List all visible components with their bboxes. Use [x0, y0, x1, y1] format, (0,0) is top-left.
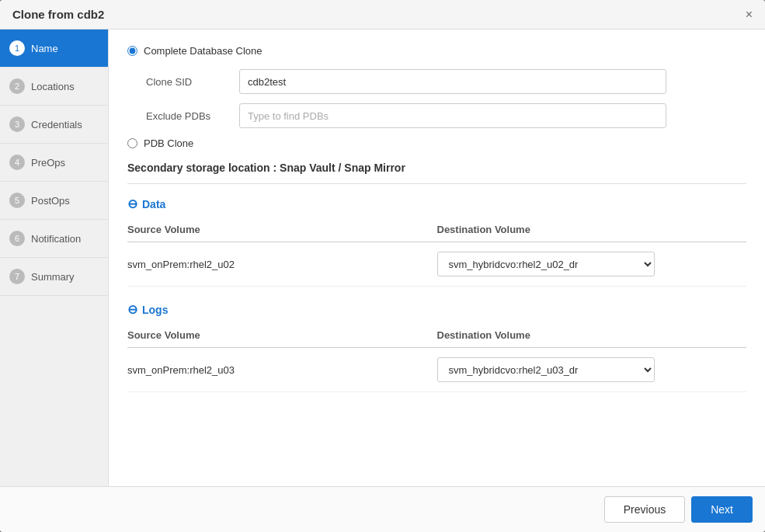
dialog-header: Clone from cdb2 × [0, 0, 765, 30]
complete-clone-label[interactable]: Complete Database Clone [127, 45, 746, 57]
divider-1 [127, 183, 746, 184]
next-button[interactable]: Next [691, 496, 753, 523]
logs-destination-select[interactable]: svm_hybridcvo:rhel2_u03_dr [437, 357, 655, 382]
step-number-4: 4 [9, 155, 25, 170]
sidebar-label-preops: PreOps [31, 157, 65, 169]
logs-source-value: svm_onPrem:rhel2_u03 [127, 364, 437, 376]
data-collapse-icon: ⊖ [127, 196, 137, 211]
sidebar-item-credentials[interactable]: 3 Credentials [0, 106, 108, 144]
logs-table-header: Source Volume Destination Volume [127, 323, 746, 348]
sidebar-item-preops[interactable]: 4 PreOps [0, 144, 108, 182]
exclude-pdbs-row: Exclude PDBs [127, 103, 746, 128]
logs-section-header[interactable]: ⊖ Logs [127, 302, 746, 317]
sidebar-item-summary[interactable]: 7 Summary [0, 258, 108, 296]
step-number-5: 5 [9, 193, 25, 208]
data-section-header[interactable]: ⊖ Data [127, 196, 746, 211]
step-number-6: 6 [9, 231, 25, 246]
previous-button[interactable]: Previous [604, 496, 685, 523]
data-table-header: Source Volume Destination Volume [127, 217, 746, 242]
sidebar-item-notification[interactable]: 6 Notification [0, 220, 108, 258]
data-destination-select[interactable]: svm_hybridcvo:rhel2_u02_dr [437, 252, 655, 276]
data-table-row: svm_onPrem:rhel2_u02 svm_hybridcvo:rhel2… [127, 242, 746, 287]
data-dest-value: svm_hybridcvo:rhel2_u02_dr [437, 252, 747, 276]
complete-clone-text: Complete Database Clone [144, 45, 262, 57]
dialog-footer: Previous Next [0, 486, 765, 532]
clone-sid-row: Clone SID [127, 69, 746, 94]
sidebar: 1 Name 2 Locations 3 Credentials 4 PreOp… [0, 30, 109, 486]
logs-source-header: Source Volume [127, 329, 437, 341]
sidebar-label-name: Name [31, 43, 58, 54]
close-button[interactable]: × [746, 9, 753, 21]
data-section: ⊖ Data Source Volume Destination Volume … [127, 196, 746, 287]
sidebar-item-name[interactable]: 1 Name [0, 30, 108, 68]
clone-type-group: Complete Database Clone [127, 45, 746, 57]
step-number-3: 3 [9, 116, 25, 132]
logs-collapse-icon: ⊖ [127, 302, 137, 317]
step-number-7: 7 [9, 269, 25, 284]
main-content: Complete Database Clone Clone SID Exclud… [109, 30, 765, 486]
clone-dialog: Clone from cdb2 × 1 Name 2 Locations 3 C… [0, 0, 765, 532]
logs-dest-header: Destination Volume [437, 329, 747, 341]
pdb-clone-group: PDB Clone [127, 137, 746, 149]
secondary-storage-title: Secondary storage location : Snap Vault … [127, 162, 746, 174]
sidebar-item-postops[interactable]: 5 PostOps [0, 182, 108, 220]
sidebar-label-summary: Summary [31, 271, 75, 283]
logs-section-label: Logs [142, 304, 168, 316]
exclude-pdbs-input[interactable] [239, 103, 666, 128]
logs-table-row: svm_onPrem:rhel2_u03 svm_hybridcvo:rhel2… [127, 348, 746, 392]
sidebar-label-locations: Locations [31, 81, 75, 92]
clone-sid-input[interactable] [239, 69, 666, 94]
data-source-value: svm_onPrem:rhel2_u02 [127, 259, 437, 270]
dialog-body: 1 Name 2 Locations 3 Credentials 4 PreOp… [0, 30, 765, 486]
step-number-1: 1 [9, 40, 25, 56]
sidebar-label-credentials: Credentials [31, 119, 82, 130]
pdb-clone-radio[interactable] [127, 138, 137, 148]
step-number-2: 2 [9, 78, 25, 94]
complete-clone-radio[interactable] [127, 46, 137, 56]
data-dest-header: Destination Volume [437, 224, 747, 235]
sidebar-label-postops: PostOps [31, 195, 70, 207]
dialog-title: Clone from cdb2 [12, 8, 104, 21]
data-source-header: Source Volume [127, 224, 437, 235]
sidebar-label-notification: Notification [31, 233, 81, 245]
data-section-label: Data [142, 198, 165, 210]
logs-section: ⊖ Logs Source Volume Destination Volume … [127, 302, 746, 392]
pdb-clone-text: PDB Clone [144, 137, 193, 149]
pdb-clone-label[interactable]: PDB Clone [127, 137, 746, 149]
exclude-pdbs-label: Exclude PDBs [146, 110, 239, 122]
logs-dest-value: svm_hybridcvo:rhel2_u03_dr [437, 357, 747, 382]
clone-sid-label: Clone SID [146, 76, 239, 88]
sidebar-item-locations[interactable]: 2 Locations [0, 68, 108, 106]
